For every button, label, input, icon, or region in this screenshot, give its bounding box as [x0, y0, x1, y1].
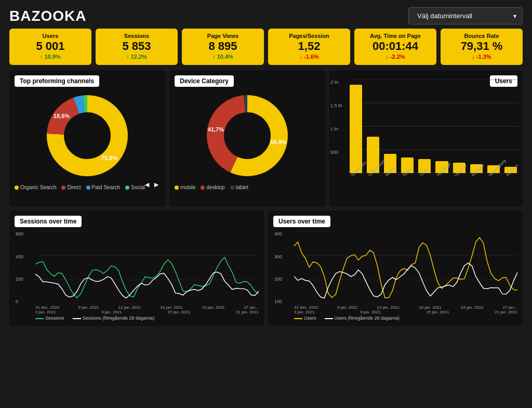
users-legend: UsersUsers (föregående 28 dagarna): [294, 315, 517, 321]
users-over-time-card: Users over time 400300200100 31 dec. 202…: [268, 210, 523, 326]
x-label: 27 jan...: [503, 305, 517, 310]
x-label-2: 21 jan. 2021: [495, 310, 517, 314]
kpi-card-pages_session: Pages/Session 1,52 ↓ -1.6%: [268, 29, 350, 65]
kpi-value-users: 5 001: [16, 40, 85, 52]
kpi-change-bounce_rate: ↓ -1.3%: [447, 54, 516, 60]
nav-next-arrow[interactable]: ►: [153, 180, 160, 189]
sessions-y-labels: 6004002000: [16, 231, 23, 304]
sessions-title: Sessions over time: [15, 216, 82, 227]
charts-row: Top preforming channels 75,8%18,6% Organ…: [0, 70, 532, 210]
bottom-row: Sessions over time 6004002000 31 dec. 20…: [0, 210, 532, 330]
kpi-label-pages_session: Pages/Session: [274, 33, 344, 39]
device-category-legend: mobiledesktoptablet: [175, 185, 320, 190]
kpi-change-sessions: ↑ 12.2%: [102, 54, 171, 60]
users-over-time-title: Users over time: [273, 216, 330, 227]
kpi-value-avg_time: 00:01:44: [361, 40, 430, 52]
kpi-change-avg_time: ↓ -2.2%: [361, 54, 430, 60]
city-bar-wrap: [469, 80, 484, 173]
kpi-card-avg_time: Avg. Time on Page 00:01:44 ↓ -2.2%: [354, 29, 436, 65]
donut-nav: ◄ ►: [143, 180, 160, 189]
kpi-value-sessions: 5 853: [102, 40, 171, 52]
legend-item: Sessions (föregående 28 dagarna): [73, 315, 155, 321]
top-channels-donut: 75,8%18,6%: [15, 89, 160, 182]
legend-item: desktop: [201, 185, 224, 190]
kpi-label-bounce_rate: Bounce Rate: [447, 33, 516, 39]
legend-item: Organic Search: [15, 185, 56, 190]
x-label: 24 jan. 2021: [461, 305, 484, 310]
svg-text:41,7%: 41,7%: [208, 127, 224, 133]
kpi-card-bounce_rate: Bounce Rate 79,31 % ↓ -1.3%: [441, 29, 523, 65]
header: BAZOOKA Välj datumintervall: [0, 0, 532, 29]
x-label: 6 jan. 2021: [337, 305, 358, 310]
users-y-labels: 400300200100: [274, 231, 282, 304]
legend-item: Social: [125, 185, 145, 190]
kpi-row: Users 5 001 ↑ 10.9% Sessions 5 853 ↑ 12.…: [0, 29, 532, 70]
legend-item: Users: [294, 315, 316, 321]
x-label-2: 3 jan. 2021: [35, 310, 56, 314]
x-label: 27 jan...: [244, 305, 259, 310]
kpi-change-pages_session: ↓ -1.6%: [274, 54, 344, 60]
x-label-2: 15 jan. 2021: [167, 310, 190, 314]
legend-item: Direct: [61, 185, 81, 190]
x-label: 18 jan. 2021: [419, 305, 442, 310]
users-chart-area: 400300200100: [294, 231, 517, 304]
legend-item: mobile: [175, 185, 195, 190]
x-label: 31 dec. 2020: [294, 305, 318, 310]
top-channels-donut-svg: 75,8%18,6%: [38, 89, 137, 182]
kpi-value-bounce_rate: 79,31 %: [447, 40, 516, 52]
legend-item: Paid Search: [86, 185, 120, 190]
city-bar-wrap: [348, 80, 364, 173]
city-bar-wrap: [451, 80, 467, 173]
sessions-x-labels-2: 3 jan. 20219 jan. 202115 jan. 202121 jan…: [35, 310, 259, 314]
city-bar-wrap: [400, 80, 415, 173]
city-bar-wrap: [382, 80, 398, 173]
users-x-labels: 31 dec. 20206 jan. 202112 jan. 202118 ja…: [294, 305, 517, 310]
sessions-chart-area: 6004002000: [35, 231, 259, 304]
x-label: 24 jan. 2021: [202, 305, 225, 310]
kpi-change-users: ↑ 10.9%: [16, 54, 85, 60]
city-bar-wrap: [365, 80, 381, 173]
sessions-legend: SessionsSessions (föregående 28 dagarna): [35, 315, 259, 321]
nav-prev-arrow[interactable]: ◄: [143, 180, 151, 189]
top-channels-title: Top preforming channels: [15, 75, 99, 87]
x-label-2: 15 jan. 2021: [426, 310, 449, 314]
x-label: 12 jan. 2021: [377, 305, 400, 310]
app-logo: BAZOOKA: [9, 8, 87, 24]
city-bar-wrap: [417, 80, 432, 173]
city-bar-wrap: [503, 80, 518, 173]
top-channels-card: Top preforming channels 75,8%18,6% Organ…: [9, 70, 165, 206]
x-label-2: 21 jan. 2021: [236, 310, 259, 314]
svg-text:56,9%: 56,9%: [270, 139, 286, 145]
kpi-card-sessions: Sessions 5 853 ↑ 12.2%: [96, 29, 178, 65]
kpi-value-pages_session: 1,52: [274, 40, 344, 52]
city-bar-wrap: [486, 80, 501, 173]
kpi-label-users: Users: [16, 33, 85, 39]
x-label-2: 3 jan. 2021: [294, 310, 315, 314]
x-label: 18 jan. 2021: [160, 305, 183, 310]
kpi-value-pageviews: 8 895: [188, 40, 258, 52]
kpi-card-pageviews: Page Views 8 895 ↑ 10.4%: [182, 29, 264, 65]
device-category-card: Device Category 56,9%41,7% mobiledesktop…: [169, 70, 325, 206]
date-selector[interactable]: Välj datumintervall: [408, 7, 523, 24]
svg-text:18,6%: 18,6%: [54, 113, 70, 120]
city-bar: [350, 85, 362, 173]
users-svg: [294, 231, 517, 304]
legend-item: tablet: [230, 185, 248, 190]
device-category-donut: 56,9%41,7%: [175, 89, 320, 182]
cities-bar-card: Users 2 tn1,5 tn1 tn500StockholmGothenbu…: [329, 70, 523, 206]
x-label: 6 jan. 2021: [78, 305, 99, 310]
legend-item: Sessions: [35, 315, 64, 321]
sessions-over-time-card: Sessions over time 6004002000 31 dec. 20…: [9, 210, 264, 326]
kpi-label-sessions: Sessions: [102, 33, 171, 39]
x-label: 12 jan. 2021: [118, 305, 141, 310]
x-label-2: 9 jan. 2021: [101, 310, 122, 314]
kpi-label-pageviews: Page Views: [188, 33, 258, 39]
sessions-x-labels: 31 dec. 20206 jan. 202112 jan. 202118 ja…: [35, 305, 259, 310]
device-category-donut-svg: 56,9%41,7%: [198, 89, 297, 182]
users-x-labels-2: 3 jan. 20219 jan. 202115 jan. 202121 jan…: [294, 310, 517, 314]
date-selector-wrapper[interactable]: Välj datumintervall: [408, 7, 523, 24]
svg-text:75,8%: 75,8%: [101, 155, 117, 162]
cities-chart-area: 2 tn1,5 tn1 tn500StockholmGothenburgMalm…: [348, 80, 518, 194]
kpi-change-pageviews: ↑ 10.4%: [188, 54, 258, 60]
kpi-card-users: Users 5 001 ↑ 10.9%: [9, 29, 91, 65]
